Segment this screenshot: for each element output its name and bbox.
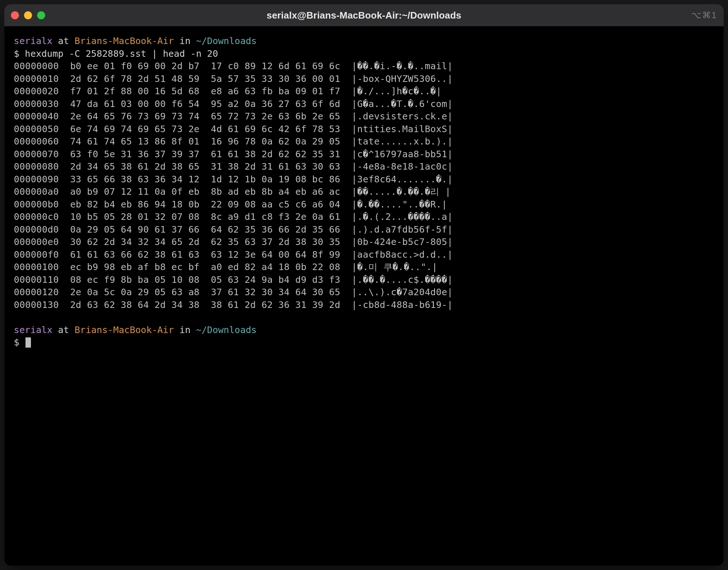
hex-row: 00000050 6e 74 69 74 69 65 73 2e 4d 61 6… bbox=[14, 124, 453, 134]
prompt-user: serialx bbox=[14, 36, 52, 46]
minimize-icon[interactable] bbox=[24, 11, 32, 19]
hex-row: 00000120 2e 0a 5c 0a 29 05 63 a8 37 61 3… bbox=[14, 287, 453, 297]
terminal-window: serialx@Brians-MacBook-Air:~/Downloads ⌥… bbox=[4, 4, 724, 566]
titlebar[interactable]: serialx@Brians-MacBook-Air:~/Downloads ⌥… bbox=[4, 4, 724, 26]
window-title: serialx@Brians-MacBook-Air:~/Downloads bbox=[4, 10, 724, 21]
hex-row: 00000110 08 ec f9 8b ba 05 10 08 05 63 2… bbox=[14, 274, 453, 285]
shortcut-label: ⌥⌘1 bbox=[691, 10, 717, 20]
hex-row: 00000090 33 65 66 38 63 36 34 12 1d 12 1… bbox=[14, 174, 453, 185]
hex-row: 000000e0 30 62 2d 34 32 34 65 2d 62 35 6… bbox=[14, 237, 453, 247]
traffic-lights bbox=[11, 11, 45, 19]
hex-row: 00000080 2d 34 65 38 61 2d 38 65 31 38 2… bbox=[14, 161, 453, 172]
hex-row: 000000d0 0a 29 05 64 90 61 37 66 64 62 3… bbox=[14, 224, 453, 235]
cursor-icon bbox=[25, 337, 31, 348]
hex-row: 00000030 47 da 61 03 00 00 f6 54 95 a2 0… bbox=[14, 99, 453, 109]
zoom-icon[interactable] bbox=[37, 11, 45, 19]
prompt-in: in bbox=[174, 36, 196, 46]
hex-row: 000000b0 eb 82 b4 eb 86 94 18 0b 22 09 0… bbox=[14, 199, 447, 210]
hex-row: 00000070 63 f0 5e 31 36 37 39 37 61 61 3… bbox=[14, 149, 453, 159]
hex-row: 00000100 ec b9 98 eb af b8 ec bf a0 ed 8… bbox=[14, 262, 438, 272]
hex-row: 00000040 2e 64 65 76 73 69 73 74 65 72 7… bbox=[14, 111, 453, 122]
terminal-body[interactable]: serialx at Brians-MacBook-Air in ~/Downl… bbox=[4, 26, 724, 566]
prompt-in-2: in bbox=[174, 325, 196, 335]
prompt-at-2: at bbox=[52, 325, 75, 335]
close-icon[interactable] bbox=[11, 11, 19, 19]
hex-row: 00000010 2d 62 6f 78 2d 51 48 59 5a 57 3… bbox=[14, 74, 453, 84]
prompt-host-2: Brians-MacBook-Air bbox=[75, 325, 174, 335]
hex-row: 000000f0 61 61 63 66 62 38 61 63 63 12 3… bbox=[14, 249, 453, 260]
prompt-host: Brians-MacBook-Air bbox=[75, 36, 174, 46]
hex-row: 000000c0 10 b5 05 28 01 32 07 08 8c a9 d… bbox=[14, 211, 453, 222]
prompt-sign: $ bbox=[14, 48, 25, 59]
prompt-path: ~/Downloads bbox=[196, 36, 257, 46]
prompt-sign-2: $ bbox=[14, 337, 25, 348]
hex-row: 00000130 2d 63 62 38 64 2d 34 38 38 61 2… bbox=[14, 300, 453, 310]
hex-row: 00000060 74 61 74 65 13 86 8f 01 16 96 7… bbox=[14, 136, 453, 147]
hex-row: 00000020 f7 01 2f 88 00 16 5d 68 e8 a6 6… bbox=[14, 86, 442, 96]
hex-row: 00000000 b0 ee 01 f0 69 00 2d b7 17 c0 8… bbox=[14, 61, 453, 71]
prompt-at: at bbox=[52, 36, 75, 46]
hex-output: 00000000 b0 ee 01 f0 69 00 2d b7 17 c0 8… bbox=[14, 61, 453, 310]
command: hexdump -C 2582889.sst | head -n 20 bbox=[25, 48, 218, 59]
hex-row: 000000a0 a0 b9 07 12 11 0a 0f eb 8b ad e… bbox=[14, 186, 451, 197]
prompt-path-2: ~/Downloads bbox=[196, 325, 257, 335]
prompt-user-2: serialx bbox=[14, 325, 52, 335]
